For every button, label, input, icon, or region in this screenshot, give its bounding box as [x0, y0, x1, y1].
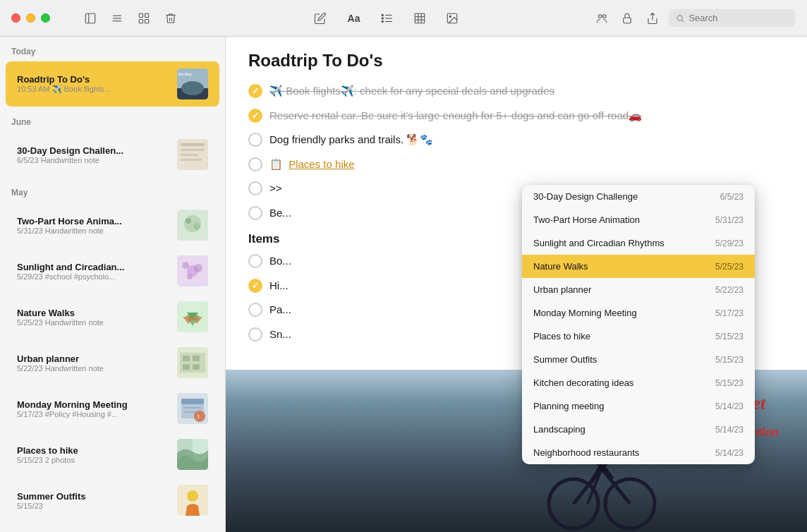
- sidebar-item-urban[interactable]: Urban planner 5/22/23 Handwritten note: [6, 340, 219, 385]
- note-title-nature: Nature Walks: [17, 308, 170, 318]
- font-button[interactable]: Aa: [344, 10, 365, 27]
- sidebar: Today Roadtrip To Do's 10:53 AM ✈️ Book …: [0, 37, 226, 532]
- media-icon: [446, 12, 459, 25]
- svg-point-14: [382, 20, 384, 22]
- svg-rect-15: [415, 13, 425, 23]
- note-title-roadtrip: Roadtrip To Do's: [17, 74, 170, 85]
- sidebar-toggle-button[interactable]: [81, 9, 99, 28]
- sidebar-item-summer[interactable]: Summer Outfits 5/15/23: [6, 478, 219, 523]
- close-button[interactable]: [11, 13, 20, 23]
- section-item-text-3: Sn...: [269, 327, 291, 343]
- note-text-summer: Summer Outfits 5/15/23: [17, 491, 170, 510]
- svg-point-63: [187, 490, 198, 502]
- dropdown-item-4[interactable]: Urban planner 5/22/23: [522, 278, 755, 301]
- checkbox-4[interactable]: [248, 181, 262, 195]
- note-thumb-summer: [177, 485, 208, 516]
- delete-button[interactable]: [162, 9, 180, 28]
- dropdown-title-6: Places to hike: [533, 331, 710, 341]
- dropdown-date-4: 5/22/23: [715, 285, 744, 295]
- lock-button[interactable]: [618, 9, 636, 28]
- compose-button[interactable]: [311, 9, 329, 28]
- note-meta-design: 6/5/23 Handwritten note: [17, 156, 170, 164]
- dropdown-date-0: 6/5/23: [720, 192, 744, 202]
- note-thumb-nature: [177, 301, 208, 332]
- note-meta-monday: 5/17/23 #Policy #Housing #...: [17, 410, 170, 418]
- checklist-item-0: ✈️ Book flights✈️: check for any special…: [248, 83, 784, 99]
- section-item-text-0: Bo...: [269, 253, 291, 270]
- main-layout: Today Roadtrip To Do's 10:53 AM ✈️ Book …: [0, 37, 807, 532]
- note-title-design: 30-Day Design Challen...: [17, 145, 170, 156]
- dropdown-title-3: Nature Walks: [533, 261, 710, 272]
- sidebar-item-nature[interactable]: Nature Walks 5/25/23 Handwritten note: [6, 294, 219, 339]
- table-button[interactable]: [411, 9, 429, 28]
- collab-button[interactable]: [593, 9, 611, 28]
- note-thumb-design: [177, 139, 208, 170]
- content-area: Roadtrip To Do's ✈️ Book flights✈️: chec…: [226, 37, 807, 532]
- svg-rect-57: [184, 411, 197, 413]
- dropdown-item-0[interactable]: 30-Day Design Challenge 6/5/23: [522, 185, 755, 208]
- note-title-summer: Summer Outfits: [17, 491, 170, 502]
- sidebar-item-sunlight[interactable]: Sunlight and Circadian... 5/29/23 #schoo…: [6, 248, 219, 294]
- trash-icon: [164, 12, 177, 25]
- dropdown-item-10[interactable]: Landscaping 5/14/23: [522, 418, 755, 441]
- checklist-text-4: >>: [269, 181, 282, 197]
- note-thumb-sunlight: [177, 255, 208, 286]
- section-checkbox-1[interactable]: [248, 279, 262, 293]
- dropdown-title-9: Planning meeting: [533, 401, 710, 411]
- dropdown-item-8[interactable]: Kitchen decorating ideas 5/15/23: [522, 371, 755, 394]
- sidebar-item-places[interactable]: Places to hike 5/15/23 2 photos: [6, 432, 219, 477]
- dropdown-date-10: 5/14/23: [715, 425, 744, 435]
- svg-rect-35: [181, 154, 198, 156]
- places-hike-link[interactable]: Places to hike: [289, 158, 354, 170]
- search-bar[interactable]: [669, 9, 796, 27]
- svg-rect-52: [193, 364, 200, 370]
- list-view-button[interactable]: [108, 9, 126, 28]
- checklist-item-3: 📋 Places to hike: [248, 157, 784, 173]
- minimize-button[interactable]: [26, 13, 35, 23]
- note-text-roadtrip: Roadtrip To Do's 10:53 AM ✈️ Book flight…: [17, 74, 170, 94]
- section-checkbox-0[interactable]: [248, 254, 262, 268]
- svg-rect-33: [181, 143, 205, 146]
- fullscreen-button[interactable]: [41, 13, 50, 23]
- sidebar-item-design[interactable]: 30-Day Design Challen... 6/5/23 Handwrit…: [6, 132, 219, 177]
- svg-rect-7: [139, 19, 142, 23]
- note-meta-places: 5/15/23 2 photos: [17, 456, 170, 464]
- sidebar-item-monday[interactable]: Monday Morning Meeting 5/17/23 #Policy #…: [6, 386, 219, 431]
- svg-point-22: [599, 14, 602, 18]
- checkbox-1[interactable]: [248, 109, 262, 123]
- list-icon: [111, 12, 123, 25]
- share-button[interactable]: [643, 9, 662, 28]
- dropdown-item-9[interactable]: Planning meeting 5/14/23: [522, 394, 755, 418]
- dropdown-date-8: 5/15/23: [715, 378, 744, 388]
- dropdown-item-11[interactable]: Neighborhood restaurants 5/14/23: [522, 441, 755, 464]
- dropdown-item-3[interactable]: Nature Walks 5/25/23: [522, 255, 755, 278]
- grid-view-button[interactable]: [135, 9, 153, 28]
- list-options-icon: [381, 12, 394, 25]
- note-title-urban: Urban planner: [17, 353, 170, 364]
- section-checkbox-2[interactable]: [248, 303, 262, 317]
- section-checkbox-3[interactable]: [248, 327, 262, 341]
- dropdown-item-2[interactable]: Sunlight and Circadian Rhythms 5/29/23: [522, 231, 755, 255]
- dropdown-title-5: Monday Morning Meeting: [533, 308, 710, 318]
- note-meta-nature: 5/25/23 Handwritten note: [17, 318, 170, 327]
- sidebar-item-horse[interactable]: Two-Part Horse Anima... 5/31/23 Handwrit…: [6, 202, 219, 248]
- dropdown-date-9: 5/14/23: [715, 401, 744, 411]
- sidebar-item-roadtrip[interactable]: Roadtrip To Do's 10:53 AM ✈️ Book flight…: [6, 61, 219, 107]
- dropdown-title-11: Neighborhood restaurants: [533, 447, 710, 458]
- dropdown-date-11: 5/14/23: [715, 448, 744, 458]
- svg-point-45: [187, 274, 193, 279]
- dropdown-item-7[interactable]: Summer Outfits 5/15/23: [522, 348, 755, 371]
- dropdown-item-5[interactable]: Monday Morning Meeting 5/17/23: [522, 301, 755, 325]
- checkbox-2[interactable]: [248, 133, 262, 147]
- checkbox-5[interactable]: [248, 206, 262, 220]
- list-options-button[interactable]: [378, 9, 396, 28]
- checklist-item-2: Dog friendly parks and trails. 🐕🐾: [248, 132, 784, 148]
- dropdown-item-1[interactable]: Two-Part Horse Animation 5/31/23: [522, 208, 755, 231]
- sidebar-icon: [84, 12, 97, 25]
- dropdown-item-6[interactable]: Places to hike 5/15/23: [522, 325, 755, 348]
- search-input[interactable]: [688, 13, 789, 23]
- checkbox-3[interactable]: [248, 157, 262, 171]
- svg-rect-24: [624, 18, 631, 23]
- media-button[interactable]: [443, 9, 461, 28]
- checkbox-0[interactable]: [248, 84, 262, 98]
